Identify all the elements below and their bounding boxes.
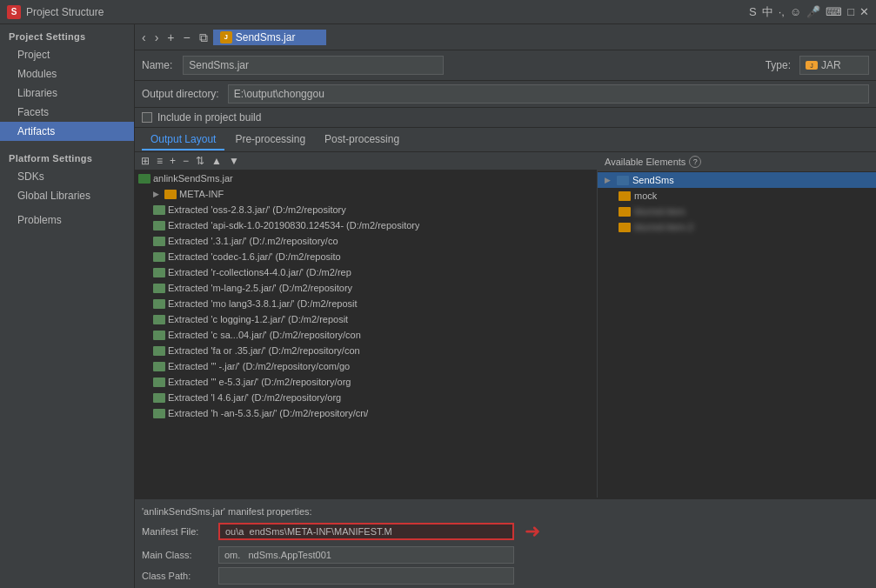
extracted-label: Extracted 'r-collections4-4.0.jar/' (D:/…: [168, 267, 351, 277]
main-layout: Project Settings Project Modules Librari…: [0, 24, 876, 588]
sidebar-item-problems[interactable]: Problems: [0, 210, 134, 230]
name-type-row: Name: Type: J JAR: [135, 50, 876, 81]
available-elements-header: Available Elements ?: [598, 152, 876, 172]
tree-add-button[interactable]: +: [167, 154, 178, 168]
output-dir-label: Output directory:: [142, 88, 219, 100]
sidebar-item-project[interactable]: Project: [0, 45, 134, 64]
window-icon: □: [847, 5, 854, 18]
tabs-row: Output Layout Pre-processing Post-proces…: [135, 128, 876, 152]
manifest-title: 'anlinkSendSms.jar' manifest properties:: [142, 503, 869, 520]
main-class-input[interactable]: [218, 546, 514, 564]
list-item: Extracted 'mo lang3-3.8.1.jar/' (D:/m2/r…: [135, 296, 597, 311]
extracted-label: Extracted 'm-lang-2.5.jar/' (D:/m2/repos…: [168, 283, 352, 293]
extracted-icon: [153, 268, 165, 277]
app-icon: S: [7, 5, 21, 19]
sidebar-item-facets[interactable]: Facets: [0, 103, 134, 122]
sidebar-item-modules[interactable]: Modules: [0, 64, 134, 84]
manifest-file-row: Manifest File: ➜: [142, 520, 869, 543]
available-help-icon[interactable]: ?: [689, 156, 701, 168]
available-item-mock[interactable]: mock: [598, 188, 876, 204]
module-icon: [617, 176, 629, 185]
close-icon[interactable]: ✕: [859, 5, 869, 18]
artifact-selected-item[interactable]: J SendSms.jar: [213, 30, 326, 45]
available-item-blurred2[interactable]: blurred-item-2: [598, 219, 876, 235]
sidebar-item-sdks[interactable]: SDKs: [0, 167, 134, 186]
project-settings-header: Project Settings: [0, 24, 134, 45]
class-path-row: Class Path:: [142, 567, 869, 585]
sidebar-item-artifacts[interactable]: Artifacts: [0, 122, 134, 141]
add-artifact-button[interactable]: +: [164, 30, 177, 45]
list-item: Extracted 'h -an-5.3.5.jar/' (D:/m2/repo…: [135, 405, 597, 421]
artifact-name-input[interactable]: [183, 56, 444, 75]
class-path-label: Class Path:: [142, 571, 211, 581]
tree-item-meta-inf: ▶ META-INF: [135, 186, 597, 202]
chinese-icon: 中: [762, 4, 773, 20]
sidebar-item-libraries[interactable]: Libraries: [0, 84, 134, 103]
expand-arrow: ▶: [605, 176, 613, 184]
extracted-icon: [153, 205, 165, 215]
tree-down-button[interactable]: ▼: [226, 154, 242, 168]
artifact-jar-icon: J: [220, 31, 232, 43]
extracted-label: Extracted 'oss-2.8.3.jar/' (D:/m2/reposi…: [168, 204, 346, 215]
extracted-icon: [153, 284, 165, 293]
content-area: ‹ › + − ⧉ J SendSms.jar Name: Type: J JA…: [135, 24, 876, 588]
expand-arrow: ▶: [153, 190, 162, 198]
available-item-label: mock: [634, 190, 657, 201]
artifact-toolbar: ‹ › + − ⧉ J SendSms.jar: [135, 24, 876, 50]
main-class-label: Main Class:: [142, 550, 211, 560]
tree-up-button[interactable]: ▲: [209, 154, 224, 168]
folder-icon: [619, 223, 631, 232]
main-class-row: Main Class:: [142, 546, 869, 564]
output-dir-input[interactable]: [228, 84, 869, 104]
available-item-sendsms[interactable]: ▶ SendSms: [598, 172, 876, 188]
tab-postprocessing[interactable]: Post-processing: [316, 130, 408, 150]
folder-icon: [619, 191, 631, 201]
navigate-back-button[interactable]: ‹: [138, 30, 150, 45]
copy-artifact-button[interactable]: ⧉: [196, 30, 211, 45]
sidebar-item-global-libraries[interactable]: Global Libraries: [0, 186, 134, 205]
class-path-input[interactable]: [218, 567, 514, 585]
tree-remove-button[interactable]: −: [180, 154, 191, 168]
available-item-blurred1[interactable]: blurred-item: [598, 204, 876, 219]
mic-icon: 🎤: [806, 5, 820, 18]
manifest-file-label: Manifest File:: [142, 526, 211, 537]
include-checkbox[interactable]: [142, 112, 152, 123]
list-item: Extracted '" -.jar/' (D:/m2/repository/c…: [135, 358, 597, 374]
file-tree-panel: ⊞ ≡ + − ⇅ ▲ ▼ anlinkSendSms.jar ▶: [135, 152, 598, 498]
type-label: Type:: [766, 59, 791, 71]
type-section: Type: J JAR: [766, 56, 869, 75]
ime-icon: S: [749, 5, 757, 18]
tree-sort-button[interactable]: ⇅: [193, 154, 207, 168]
output-dir-row: Output directory:: [135, 81, 876, 108]
extracted-label: Extracted 'mo lang3-3.8.1.jar/' (D:/m2/r…: [168, 298, 358, 309]
jar-type-icon: J: [806, 61, 818, 70]
titlebar: S Project Structure S 中 ·, ☺ 🎤 ⌨ □ ✕: [0, 0, 876, 24]
list-item: Extracted 'r-collections4-4.0.jar/' (D:/…: [135, 264, 597, 280]
available-item-label: blurred-item: [634, 206, 685, 217]
manifest-fields: Manifest File: ➜ Main Class: Class Path:: [142, 520, 869, 585]
remove-artifact-button[interactable]: −: [180, 30, 194, 45]
extracted-icon: [153, 315, 165, 324]
manifest-section: 'anlinkSendSms.jar' manifest properties:…: [135, 498, 876, 588]
extracted-icon: [153, 409, 165, 418]
extracted-icon: [153, 331, 165, 340]
tree-collapse-button[interactable]: ≡: [154, 154, 165, 168]
artifact-name: SendSms.jar: [236, 31, 296, 43]
tab-output-layout[interactable]: Output Layout: [142, 130, 224, 150]
manifest-file-input[interactable]: [218, 523, 514, 540]
extracted-label: Extracted 'codec-1.6.jar/' (D:/m2/reposi…: [168, 251, 341, 262]
extracted-label: Extracted 'fa or .35.jar/' (D:/m2/reposi…: [168, 345, 360, 356]
tab-preprocessing[interactable]: Pre-processing: [226, 130, 314, 150]
list-item: Extracted '" e-5.3.jar/' (D:/m2/reposito…: [135, 374, 597, 390]
red-arrow-indicator: ➜: [525, 520, 540, 543]
root-item-label: anlinkSendSms.jar: [153, 173, 233, 184]
available-panel: Available Elements ? ▶ SendSms mock blur…: [598, 152, 876, 498]
available-item-label: blurred-item-2: [634, 222, 693, 232]
extracted-label: Extracted 'h -an-5.3.5.jar/' (D:/m2/repo…: [168, 408, 368, 418]
folder-icon: [164, 190, 177, 199]
folder-icon: [619, 207, 631, 217]
type-value: J JAR: [799, 56, 869, 75]
tree-expand-button[interactable]: ⊞: [138, 154, 152, 168]
navigate-forward-button[interactable]: ›: [151, 30, 163, 45]
available-elements-title: Available Elements: [605, 157, 685, 167]
